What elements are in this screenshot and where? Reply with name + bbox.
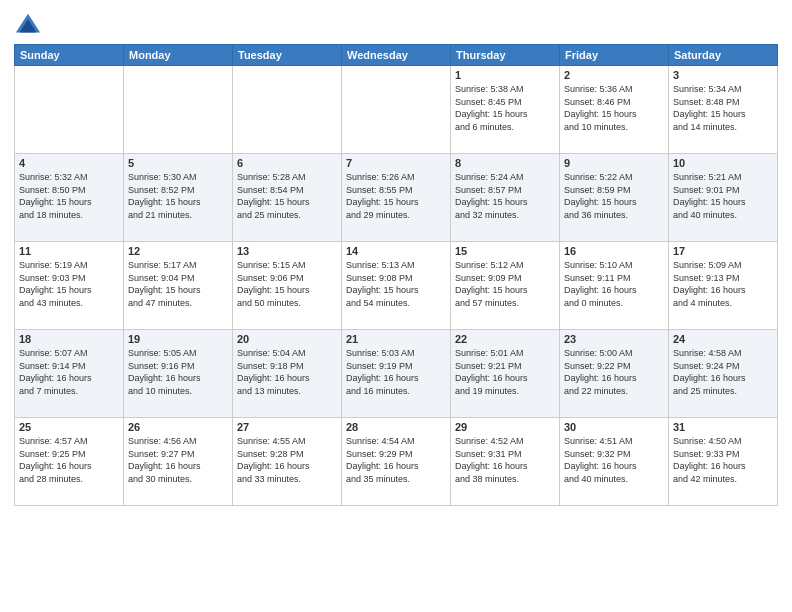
day-info: Sunrise: 4:57 AM Sunset: 9:25 PM Dayligh… (19, 435, 119, 485)
day-info: Sunrise: 5:34 AM Sunset: 8:48 PM Dayligh… (673, 83, 773, 133)
day-number: 15 (455, 245, 555, 257)
day-info: Sunrise: 4:55 AM Sunset: 9:28 PM Dayligh… (237, 435, 337, 485)
day-info: Sunrise: 4:58 AM Sunset: 9:24 PM Dayligh… (673, 347, 773, 397)
calendar-cell: 19Sunrise: 5:05 AM Sunset: 9:16 PM Dayli… (124, 330, 233, 418)
day-info: Sunrise: 5:30 AM Sunset: 8:52 PM Dayligh… (128, 171, 228, 221)
calendar-cell: 28Sunrise: 4:54 AM Sunset: 9:29 PM Dayli… (342, 418, 451, 506)
weekday-header-monday: Monday (124, 45, 233, 66)
day-info: Sunrise: 4:52 AM Sunset: 9:31 PM Dayligh… (455, 435, 555, 485)
day-number: 6 (237, 157, 337, 169)
header (14, 10, 778, 38)
day-number: 31 (673, 421, 773, 433)
calendar-cell: 21Sunrise: 5:03 AM Sunset: 9:19 PM Dayli… (342, 330, 451, 418)
day-info: Sunrise: 5:24 AM Sunset: 8:57 PM Dayligh… (455, 171, 555, 221)
day-number: 8 (455, 157, 555, 169)
day-info: Sunrise: 4:50 AM Sunset: 9:33 PM Dayligh… (673, 435, 773, 485)
day-number: 14 (346, 245, 446, 257)
calendar-cell (233, 66, 342, 154)
day-info: Sunrise: 5:07 AM Sunset: 9:14 PM Dayligh… (19, 347, 119, 397)
weekday-header-row: SundayMondayTuesdayWednesdayThursdayFrid… (15, 45, 778, 66)
day-number: 23 (564, 333, 664, 345)
day-info: Sunrise: 5:00 AM Sunset: 9:22 PM Dayligh… (564, 347, 664, 397)
calendar-cell: 1Sunrise: 5:38 AM Sunset: 8:45 PM Daylig… (451, 66, 560, 154)
day-number: 7 (346, 157, 446, 169)
logo-icon (14, 10, 42, 38)
calendar-cell: 8Sunrise: 5:24 AM Sunset: 8:57 PM Daylig… (451, 154, 560, 242)
day-number: 12 (128, 245, 228, 257)
day-info: Sunrise: 5:13 AM Sunset: 9:08 PM Dayligh… (346, 259, 446, 309)
calendar-cell: 12Sunrise: 5:17 AM Sunset: 9:04 PM Dayli… (124, 242, 233, 330)
day-info: Sunrise: 5:10 AM Sunset: 9:11 PM Dayligh… (564, 259, 664, 309)
day-info: Sunrise: 5:36 AM Sunset: 8:46 PM Dayligh… (564, 83, 664, 133)
day-info: Sunrise: 5:28 AM Sunset: 8:54 PM Dayligh… (237, 171, 337, 221)
day-number: 25 (19, 421, 119, 433)
day-number: 17 (673, 245, 773, 257)
calendar-cell (15, 66, 124, 154)
day-number: 13 (237, 245, 337, 257)
calendar-row-2: 11Sunrise: 5:19 AM Sunset: 9:03 PM Dayli… (15, 242, 778, 330)
day-info: Sunrise: 5:05 AM Sunset: 9:16 PM Dayligh… (128, 347, 228, 397)
calendar-cell (124, 66, 233, 154)
calendar-cell: 26Sunrise: 4:56 AM Sunset: 9:27 PM Dayli… (124, 418, 233, 506)
logo (14, 10, 46, 38)
page: SundayMondayTuesdayWednesdayThursdayFrid… (0, 0, 792, 612)
calendar-cell: 17Sunrise: 5:09 AM Sunset: 9:13 PM Dayli… (669, 242, 778, 330)
day-number: 5 (128, 157, 228, 169)
day-info: Sunrise: 5:01 AM Sunset: 9:21 PM Dayligh… (455, 347, 555, 397)
calendar-cell: 22Sunrise: 5:01 AM Sunset: 9:21 PM Dayli… (451, 330, 560, 418)
calendar-row-3: 18Sunrise: 5:07 AM Sunset: 9:14 PM Dayli… (15, 330, 778, 418)
day-info: Sunrise: 5:32 AM Sunset: 8:50 PM Dayligh… (19, 171, 119, 221)
calendar-cell: 5Sunrise: 5:30 AM Sunset: 8:52 PM Daylig… (124, 154, 233, 242)
day-number: 11 (19, 245, 119, 257)
day-number: 28 (346, 421, 446, 433)
calendar-cell: 6Sunrise: 5:28 AM Sunset: 8:54 PM Daylig… (233, 154, 342, 242)
calendar-cell: 4Sunrise: 5:32 AM Sunset: 8:50 PM Daylig… (15, 154, 124, 242)
day-number: 22 (455, 333, 555, 345)
calendar-cell: 18Sunrise: 5:07 AM Sunset: 9:14 PM Dayli… (15, 330, 124, 418)
day-info: Sunrise: 5:26 AM Sunset: 8:55 PM Dayligh… (346, 171, 446, 221)
calendar-cell: 15Sunrise: 5:12 AM Sunset: 9:09 PM Dayli… (451, 242, 560, 330)
weekday-header-tuesday: Tuesday (233, 45, 342, 66)
calendar-cell: 31Sunrise: 4:50 AM Sunset: 9:33 PM Dayli… (669, 418, 778, 506)
day-number: 20 (237, 333, 337, 345)
day-info: Sunrise: 4:54 AM Sunset: 9:29 PM Dayligh… (346, 435, 446, 485)
day-info: Sunrise: 5:12 AM Sunset: 9:09 PM Dayligh… (455, 259, 555, 309)
day-number: 4 (19, 157, 119, 169)
weekday-header-friday: Friday (560, 45, 669, 66)
day-info: Sunrise: 5:21 AM Sunset: 9:01 PM Dayligh… (673, 171, 773, 221)
weekday-header-thursday: Thursday (451, 45, 560, 66)
calendar-cell: 29Sunrise: 4:52 AM Sunset: 9:31 PM Dayli… (451, 418, 560, 506)
calendar-cell: 2Sunrise: 5:36 AM Sunset: 8:46 PM Daylig… (560, 66, 669, 154)
day-info: Sunrise: 5:03 AM Sunset: 9:19 PM Dayligh… (346, 347, 446, 397)
calendar-row-4: 25Sunrise: 4:57 AM Sunset: 9:25 PM Dayli… (15, 418, 778, 506)
day-info: Sunrise: 4:51 AM Sunset: 9:32 PM Dayligh… (564, 435, 664, 485)
calendar-table: SundayMondayTuesdayWednesdayThursdayFrid… (14, 44, 778, 506)
calendar-cell: 23Sunrise: 5:00 AM Sunset: 9:22 PM Dayli… (560, 330, 669, 418)
calendar-cell: 7Sunrise: 5:26 AM Sunset: 8:55 PM Daylig… (342, 154, 451, 242)
calendar-cell: 11Sunrise: 5:19 AM Sunset: 9:03 PM Dayli… (15, 242, 124, 330)
calendar-cell (342, 66, 451, 154)
calendar-row-0: 1Sunrise: 5:38 AM Sunset: 8:45 PM Daylig… (15, 66, 778, 154)
calendar-cell: 13Sunrise: 5:15 AM Sunset: 9:06 PM Dayli… (233, 242, 342, 330)
day-info: Sunrise: 5:22 AM Sunset: 8:59 PM Dayligh… (564, 171, 664, 221)
day-number: 26 (128, 421, 228, 433)
calendar-cell: 20Sunrise: 5:04 AM Sunset: 9:18 PM Dayli… (233, 330, 342, 418)
day-number: 27 (237, 421, 337, 433)
weekday-header-wednesday: Wednesday (342, 45, 451, 66)
calendar-cell: 3Sunrise: 5:34 AM Sunset: 8:48 PM Daylig… (669, 66, 778, 154)
day-number: 16 (564, 245, 664, 257)
day-info: Sunrise: 5:19 AM Sunset: 9:03 PM Dayligh… (19, 259, 119, 309)
calendar-cell: 14Sunrise: 5:13 AM Sunset: 9:08 PM Dayli… (342, 242, 451, 330)
day-number: 1 (455, 69, 555, 81)
day-info: Sunrise: 5:09 AM Sunset: 9:13 PM Dayligh… (673, 259, 773, 309)
day-number: 9 (564, 157, 664, 169)
day-number: 3 (673, 69, 773, 81)
day-number: 30 (564, 421, 664, 433)
day-number: 10 (673, 157, 773, 169)
day-number: 29 (455, 421, 555, 433)
day-number: 24 (673, 333, 773, 345)
day-number: 21 (346, 333, 446, 345)
day-number: 19 (128, 333, 228, 345)
day-number: 2 (564, 69, 664, 81)
calendar-cell: 10Sunrise: 5:21 AM Sunset: 9:01 PM Dayli… (669, 154, 778, 242)
